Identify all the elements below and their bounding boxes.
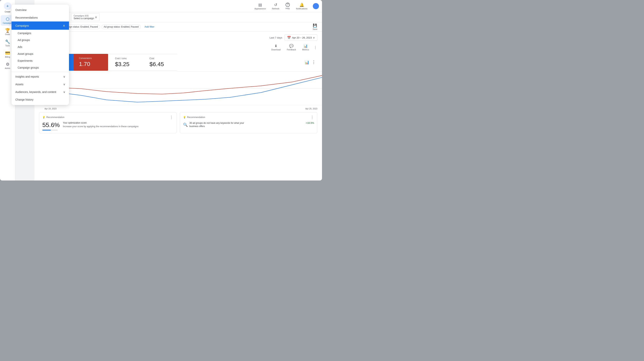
help-button[interactable]: ? Help bbox=[283, 2, 292, 10]
panel-item-ad-groups[interactable]: Ad groups bbox=[12, 36, 69, 44]
campaigns-dropdown-panel: Overview Recommendations Campaigns ∧ Cam… bbox=[12, 4, 69, 105]
assets-chevron: ∨ bbox=[63, 83, 65, 86]
panel-item-overview[interactable]: Overview bbox=[12, 6, 69, 14]
date-range: Last 7 days 📅 Apr 20 – 26, 2023 ∨ bbox=[270, 34, 318, 41]
panel-item-insights[interactable]: Insights and reports ∨ bbox=[12, 73, 69, 80]
rec2-title: 36 ad groups do not have any keywords fo… bbox=[189, 122, 247, 128]
date-label: Last 7 days bbox=[270, 36, 282, 39]
conversions-label: Conversions bbox=[79, 57, 103, 60]
billing-nav-label: Billing bbox=[5, 56, 10, 58]
goals-icon: 🏆 bbox=[5, 28, 10, 33]
add-filter-label: Add filter bbox=[144, 25, 154, 28]
chart-more-icon[interactable]: ⋮ bbox=[312, 60, 316, 65]
campaigns-chevron: ∧ bbox=[63, 24, 65, 28]
rec2-label: Recommendation bbox=[187, 116, 205, 118]
rec1-progress-fill bbox=[42, 130, 51, 130]
refresh-icon: ↺ bbox=[274, 2, 277, 7]
rec2-badge: +18.6% bbox=[306, 122, 314, 124]
divider bbox=[12, 72, 69, 72]
chart-svg bbox=[44, 72, 322, 105]
rec1-more-icon[interactable]: ⋮ bbox=[170, 115, 174, 120]
panel-item-assets[interactable]: Assets ∨ bbox=[12, 80, 69, 88]
metric-card-cost-conv: Cost / conv. $3.25 bbox=[108, 54, 142, 71]
save-label: Save bbox=[312, 28, 318, 30]
rec1-desc: Increase your score by applying the reco… bbox=[63, 125, 138, 128]
cost-conv-value: $3.25 bbox=[115, 61, 136, 68]
add-filter-button[interactable]: Add filter bbox=[142, 24, 156, 29]
appearance-icon: ▤ bbox=[258, 2, 262, 7]
action-row: + New campaign ⬇ Download 💬 Feedback 📊 M… bbox=[34, 43, 322, 54]
feedback-label: Feedback bbox=[287, 48, 296, 51]
refresh-button[interactable]: ↺ Refresh bbox=[270, 2, 282, 10]
billing-icon: 💳 bbox=[5, 50, 10, 56]
campaigns-count-label: Campaigns (63) bbox=[74, 14, 94, 17]
more-options-icon[interactable]: ⋮ bbox=[314, 45, 318, 50]
panel-item-audiences[interactable]: Audiences, keywords, and content ∨ bbox=[12, 88, 69, 96]
x-label-start: Apr 19, 2023 bbox=[44, 108, 56, 110]
chart-container: 2 1 0 Apr 19, 2023 Apr 25, 2023 bbox=[34, 72, 322, 110]
help-label: Help bbox=[286, 7, 290, 10]
campaigns-dropdown-chevron: ∨ bbox=[95, 15, 97, 19]
rec1-progress-bar bbox=[42, 130, 58, 130]
rec2-label-row: 💡 Recommendation bbox=[183, 116, 205, 118]
recommendation-card-2: 💡 Recommendation ⋮ 🔍 36 ad groups do not… bbox=[180, 112, 318, 133]
tools-nav-label: Tools bbox=[5, 45, 10, 47]
rec1-title: Your optimization score bbox=[63, 122, 138, 124]
chart-x-axis: Apr 19, 2023 Apr 25, 2023 bbox=[44, 108, 318, 110]
panel-item-ads[interactable]: Ads bbox=[12, 44, 69, 50]
rec1-score: 55.6% bbox=[42, 122, 60, 128]
cost-value: $6.45 bbox=[150, 61, 170, 68]
rec2-more-icon[interactable]: ⋮ bbox=[310, 115, 314, 120]
rec2-bulb-icon: 💡 bbox=[183, 116, 186, 118]
action-buttons: ⬇ Download 💬 Feedback 📊 Metrics ⋮ bbox=[270, 43, 318, 52]
campaigns-filter-dropdown[interactable]: Campaigns (63) Select a campaign ∨ bbox=[71, 13, 100, 21]
rec1-label: Recommendation bbox=[46, 116, 64, 118]
top-header: ▤ Appearance ↺ Refresh ? Help 🔔 Notifica… bbox=[34, 0, 322, 12]
date-picker[interactable]: 📅 Apr 20 – 26, 2023 ∨ bbox=[284, 34, 318, 41]
user-avatar[interactable] bbox=[313, 3, 319, 9]
appearance-label: Appearance bbox=[254, 8, 266, 10]
content-area: Overview Last 7 days 📅 Apr 20 – 26, 2023… bbox=[34, 32, 322, 180]
chart: 2 1 0 Apr 19, 2023 Apr 25, 2023 bbox=[39, 72, 318, 110]
admin-icon: ⚙ bbox=[6, 62, 10, 67]
cost-conv-label: Cost / conv. bbox=[115, 57, 136, 60]
panel-item-experiments[interactable]: Experiments bbox=[12, 57, 69, 64]
appearance-button[interactable]: ▤ Appearance bbox=[252, 2, 268, 10]
panel-item-change-history[interactable]: Change history bbox=[12, 96, 69, 104]
rec1-label-row: 💡 Recommendation bbox=[42, 116, 64, 118]
panel-item-campaigns-section[interactable]: Campaigns ∧ bbox=[12, 22, 69, 30]
download-icon: ⬇ bbox=[274, 44, 277, 48]
recommendations-section: 💡 Recommendation ⋮ 55.6% Your optimizati… bbox=[34, 110, 322, 136]
refresh-label: Refresh bbox=[272, 8, 280, 10]
conversions-value: 1.70 bbox=[79, 61, 103, 67]
download-button[interactable]: ⬇ Download bbox=[270, 43, 282, 52]
chart-metrics-icon[interactable]: 📊 bbox=[304, 60, 309, 64]
panel-item-asset-groups[interactable]: Asset groups bbox=[12, 50, 69, 57]
metrics-row: Clicks 39.7K Conversions 1.70 Cost / con… bbox=[34, 54, 322, 71]
tools-icon: 🔧 bbox=[5, 39, 10, 44]
overview-header: Overview Last 7 days 📅 Apr 20 – 26, 2023… bbox=[34, 32, 322, 43]
recommendation-card-1: 💡 Recommendation ⋮ 55.6% Your optimizati… bbox=[39, 112, 177, 133]
feedback-button[interactable]: 💬 Feedback bbox=[285, 43, 298, 52]
campaigns-select-label: Select a campaign bbox=[74, 17, 94, 20]
save-button[interactable]: 💾 Save bbox=[311, 22, 319, 31]
metrics-label: Metrics bbox=[302, 48, 309, 51]
date-range-value: Apr 20 – 26, 2023 bbox=[292, 36, 312, 39]
header-actions: ▤ Appearance ↺ Refresh ? Help 🔔 Notifica… bbox=[252, 2, 319, 10]
panel-item-campaigns-sub[interactable]: Campaigns bbox=[12, 30, 69, 36]
create-label: Create bbox=[4, 11, 10, 13]
x-label-end: Apr 25, 2023 bbox=[305, 108, 318, 110]
notifications-button[interactable]: 🔔 Notifications bbox=[294, 2, 310, 10]
panel-item-campaign-groups[interactable]: Campaign groups bbox=[12, 64, 69, 71]
audiences-chevron: ∨ bbox=[63, 90, 65, 94]
metrics-icon: 📊 bbox=[304, 44, 308, 48]
create-button[interactable]: + Create bbox=[4, 2, 12, 13]
rec1-bulb-icon: 💡 bbox=[42, 116, 45, 118]
filter-chip-adgroup-status[interactable]: Ad group status: Enabled, Paused bbox=[102, 24, 141, 29]
create-icon: + bbox=[4, 2, 12, 10]
save-icon: 💾 bbox=[313, 24, 317, 28]
notifications-icon: 🔔 bbox=[300, 2, 304, 7]
cost-label: Cost bbox=[150, 57, 170, 60]
metrics-button[interactable]: 📊 Metrics bbox=[301, 43, 310, 52]
panel-item-recommendations[interactable]: Recommendations bbox=[12, 14, 69, 22]
